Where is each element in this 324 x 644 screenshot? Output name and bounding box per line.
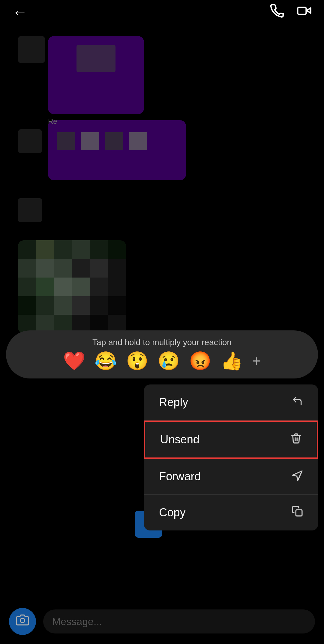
context-menu-copy[interactable]: Copy xyxy=(144,495,318,530)
copy-label: Copy xyxy=(159,506,186,519)
reaction-hint: Tap and hold to multiply your reaction xyxy=(92,338,232,347)
back-button[interactable]: ← xyxy=(12,3,28,21)
emoji-heart[interactable]: ❤️ xyxy=(63,350,86,372)
header-icons xyxy=(269,3,312,22)
emoji-more-button[interactable]: + xyxy=(252,352,261,369)
emoji-thumbsup[interactable]: 👍 xyxy=(220,350,243,372)
status-bar: ← xyxy=(0,0,324,24)
emoji-wow[interactable]: 😲 xyxy=(126,350,148,372)
forward-label: Forward xyxy=(159,470,201,483)
pixel-4 xyxy=(129,132,147,150)
context-menu-reply[interactable]: Reply xyxy=(144,384,318,421)
avatar-2 xyxy=(18,129,42,153)
reply-label: Reply xyxy=(159,396,188,409)
reply-icon xyxy=(292,395,303,409)
reaction-bar: Tap and hold to multiply your reaction ❤… xyxy=(6,330,318,378)
bubble-pixels xyxy=(48,120,186,162)
context-menu-unsend[interactable]: Unsend xyxy=(144,421,318,459)
message-block-2: Re xyxy=(18,120,192,216)
context-menu: Reply Unsend Forward xyxy=(144,384,318,530)
message-bubble-2 xyxy=(48,120,186,180)
reaction-emojis: ❤️ 😂 😲 😢 😡 👍 + xyxy=(63,350,261,372)
pixel-1 xyxy=(57,132,75,150)
svg-rect-2 xyxy=(296,510,302,516)
message-bar xyxy=(0,599,324,644)
camera-button[interactable] xyxy=(9,608,36,635)
message-bubble-1 xyxy=(48,36,144,114)
emoji-laugh[interactable]: 😂 xyxy=(94,350,117,372)
call-icon[interactable] xyxy=(269,3,284,22)
partial-label: Re xyxy=(48,117,57,126)
message-block-4 xyxy=(18,240,126,333)
context-menu-forward[interactable]: Forward xyxy=(144,459,318,495)
forward-icon xyxy=(292,469,303,484)
message-input[interactable] xyxy=(43,609,315,633)
pixel-3 xyxy=(105,132,123,150)
svg-marker-1 xyxy=(292,471,302,481)
emoji-angry[interactable]: 😡 xyxy=(189,350,212,372)
message-block-3 xyxy=(18,198,42,222)
emoji-cry[interactable]: 😢 xyxy=(158,350,180,372)
video-call-icon[interactable] xyxy=(296,3,312,22)
chat-area: Re xyxy=(0,24,324,644)
copy-icon xyxy=(292,506,303,520)
camera-icon xyxy=(16,613,29,630)
unsend-icon xyxy=(290,433,302,447)
svg-point-3 xyxy=(20,618,25,623)
pixel-2 xyxy=(81,132,99,150)
unsend-label: Unsend xyxy=(160,433,200,446)
svg-rect-0 xyxy=(298,7,306,14)
avatar-1 xyxy=(18,36,45,63)
